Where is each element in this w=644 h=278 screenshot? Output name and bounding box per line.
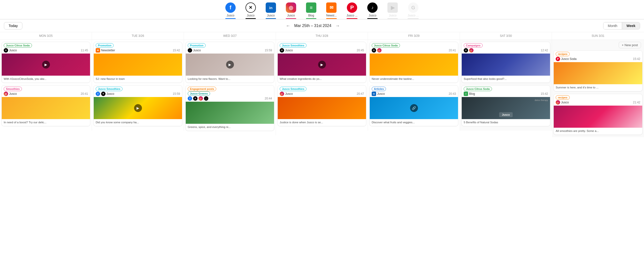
date-range: Mar 25th – 31st 2024 [294,23,331,28]
card-tag: Jusco Smoothies [96,87,122,91]
video-play-icon: ▶ [226,61,234,69]
post-card[interactable]: Promotion ♪ Jusco 15:59 ▶ Looking for ne… [186,42,274,83]
day-header-tue: TUE 3/26 [92,32,184,39]
days-row: Jusco Citrus Soda ✕ Jusco 11:45 ▶ With #… [0,40,644,167]
card-text: SJ: new flavour in town [94,76,182,83]
nav-item-youtube[interactable]: ▶ Jusco [382,2,403,19]
card-meta: ✕ ◎ 20:41 [370,48,458,54]
prev-week-button[interactable]: ← [284,22,292,29]
post-card[interactable]: Jusco Citrus Soda ✕ ◎ 20:41 Never undere… [370,42,458,83]
day-col-tue: Promotion ✉ Newsletter 15:42 SJ: new fla… [92,40,184,131]
day-col-sat: Campaigns ✕ ◎ 12:42 Superfood that also … [460,40,552,131]
card-meta: f ✕ Jusco 15:59 [94,91,182,97]
nav-item-facebook[interactable]: f Jusco [220,2,240,19]
card-tag-area: Jusco Smoothies [278,85,366,91]
day-col-mon: Jusco Citrus Soda ✕ Jusco 11:45 ▶ With #… [0,40,92,131]
card-text: With #JuscoCitrusSoda, you alw... [2,76,90,83]
nav-label-x: Jusco [247,14,254,17]
nav-underline-google [408,18,419,19]
post-card[interactable]: Campaigns ✕ ◎ 12:42 Superfood that also … [462,42,550,83]
nav-item-newsletter[interactable]: ✉ Newsl... [321,2,342,19]
post-card[interactable]: Jusco Citrus Soda ≡ Blog 15:42 Jusco det… [462,85,550,126]
nav-item-linkedin[interactable]: in Jusco [261,2,281,19]
post-card[interactable]: recipes ◎ Jusco 21:42 All smoothies are … [554,94,642,135]
post-time: 12:42 [541,49,548,52]
card-text: Greens, spice, and everything ni... [186,124,274,131]
post-time: 21:42 [633,101,640,104]
x-platform-icon: ✕ [372,48,376,53]
nav-item-tiktok[interactable]: ♪ Jusco [362,2,382,19]
linkedin-icon: in [266,2,276,13]
post-card[interactable]: Jusco Smoothies ◎ Jusco 20:47 Justice is… [278,85,366,126]
google-icon: G [408,2,418,13]
nav-item-google[interactable]: G Jusco ... [403,2,424,19]
new-post-button[interactable]: + New post [619,42,641,48]
day-header-wed: WED 3/27 [184,32,276,39]
account-name: Jusco [9,49,17,52]
card-meta: ◎ Jusco 20:47 [278,91,366,97]
nav-item-pinterest[interactable]: P Jusco ... [342,2,362,19]
x-platform-icon: ✕ [464,48,468,53]
card-tag: Promotion [188,43,206,48]
next-week-button[interactable]: → [333,22,342,29]
post-time: 20:43 [449,92,456,96]
today-button[interactable]: Today [4,22,22,29]
nav-underline-blog [306,18,316,19]
nav-item-instagram[interactable]: ◎ Jusco [281,2,301,19]
post-card[interactable]: Engagement posts Jusco Greens f ✕ ◎ ♪ 20… [186,85,274,131]
tiktok-platform-icon: ♪ [188,48,192,53]
post-card[interactable]: Smoothies ◎ Jusco 20:41 In need of a boo… [2,85,90,126]
day-header-mon: MON 3/25 [0,32,92,39]
day-col-sun: + New post recipes P Jusco Soda 15:42 Su… [552,40,644,137]
card-tag: Jusco Citrus Soda [372,43,400,48]
post-time: 20:45 [357,49,364,52]
nav-underline-tiktok [367,18,378,19]
card-image: Jusco detox therapy [462,97,550,119]
pinterest-platform-icon: P [556,57,560,61]
nav-underline-x [246,18,256,19]
day-headers: MON 3/25 TUE 3/26 WED 3/27 THU 3/28 FRI … [0,32,644,40]
nav-item-blog[interactable]: ≡ Blog [301,2,321,19]
post-card[interactable]: Jusco Smoothies ✕ Jusco 20:45 ▶ What cre… [278,42,366,83]
video-play-icon: ▶ [42,61,50,69]
instagram-platform-icon: ◎ [4,92,8,96]
card-meta: ✕ Jusco 11:45 [2,48,90,54]
week-view-button[interactable]: Week [622,22,640,29]
post-card[interactable]: Jusco Smoothies f ✕ Jusco 15:59 ▶ Did yo… [94,85,182,126]
nav-underline-youtube [388,18,398,19]
post-card[interactable]: recipes P Jusco Soda 15:42 Summer is her… [554,50,642,91]
card-tag-area: Jusco Smoothies [94,85,182,91]
post-card[interactable]: Promotion ✉ Newsletter 15:42 SJ: new fla… [94,42,182,83]
account-name: Jusco [193,49,201,52]
card-image [94,54,182,76]
card-text: Looking for new flavors. Want to... [186,76,274,83]
account-name: Newsletter [101,49,115,52]
account-name: Blog [469,92,475,96]
nav-item-x[interactable]: ✕ Jusco [240,2,261,19]
top-nav: f Jusco ✕ Jusco in Jusco ◎ Jusco ≡ Blog … [0,0,644,20]
day-header-sat: SAT 3/30 [460,32,552,39]
post-time: 11:45 [81,49,88,52]
card-meta: f ✕ ◎ ♪ 20:44 [186,96,274,102]
nav-label-youtube: Jusco [389,14,396,17]
card-tag-area: Articles [370,85,458,91]
ig-platform-icon: ◎ [198,96,203,101]
post-card[interactable]: Articles in Jusco 20:43 🔗 Discover what … [370,85,458,126]
card-tag-area: recipes [554,51,642,56]
card-tag-area: Smoothies [2,85,90,91]
facebook-icon: f [225,2,236,13]
card-meta: ≡ Blog 15:42 [462,91,550,97]
card-tag: Articles [372,87,386,91]
card-meta: ◎ Jusco 21:42 [554,100,642,106]
post-time: 15:42 [541,92,548,96]
post-time: 20:44 [265,97,272,100]
card-text: Did you know some company ha... [94,119,182,126]
nav-underline-instagram [286,18,296,19]
account-name: Jusco [377,92,385,96]
card-meta: ✉ Newsletter 15:42 [94,48,182,54]
ig-platform-icon: ◎ [377,48,382,53]
post-card[interactable]: Jusco Citrus Soda ✕ Jusco 11:45 ▶ With #… [2,42,90,83]
nav-arrows: ← Mar 25th – 31st 2024 → [25,22,600,29]
link-icon: 🔗 [410,104,418,112]
month-view-button[interactable]: Month [604,22,622,29]
